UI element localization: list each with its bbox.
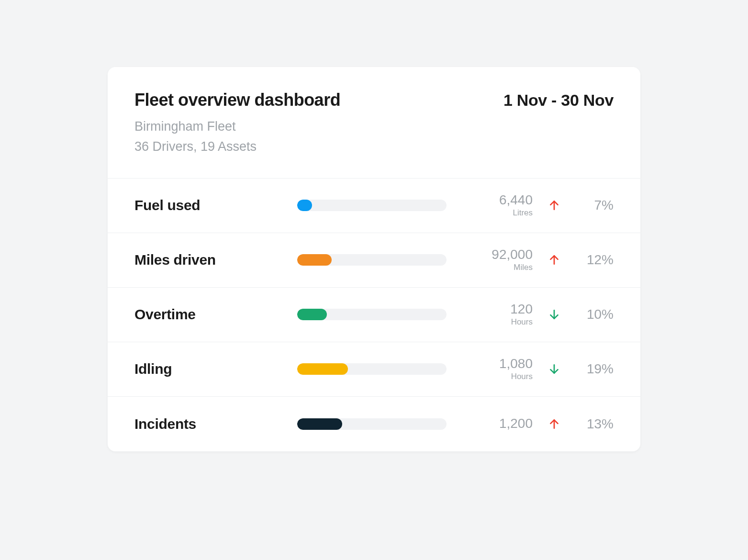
- arrow-up-icon: [548, 199, 560, 212]
- fleet-name: Birmingham Fleet: [134, 117, 340, 137]
- metric-change: 7%: [576, 198, 614, 213]
- metric-value: 1,080: [451, 357, 533, 371]
- metric-value: 120: [451, 302, 533, 317]
- progress-fill: [297, 254, 332, 266]
- arrow-up-icon: [548, 254, 560, 266]
- progress-track: [297, 309, 447, 320]
- metric-unit: Hours: [451, 317, 533, 327]
- metric-unit: Hours: [451, 372, 533, 381]
- arrow-down-icon: [548, 363, 560, 375]
- metric-unit: Miles: [451, 263, 533, 272]
- fleet-stats: 36 Drivers, 19 Assets: [134, 137, 340, 157]
- metric-value: 92,000: [451, 247, 533, 262]
- metric-value-block: 120 Hours: [451, 302, 533, 327]
- metric-unit: Litres: [451, 208, 533, 218]
- card-header: Fleet overview dashboard Birmingham Flee…: [108, 67, 640, 179]
- metric-change: 13%: [576, 416, 614, 432]
- metric-row-miles-driven[interactable]: Miles driven 92,000 Miles 12%: [108, 233, 640, 288]
- metric-label: Overtime: [134, 306, 297, 323]
- metric-label: Fuel used: [134, 197, 297, 213]
- trend-arrow-cell: [533, 254, 576, 266]
- metric-value-block: 1,200: [451, 416, 533, 431]
- metric-row-overtime[interactable]: Overtime 120 Hours 10%: [108, 288, 640, 342]
- trend-arrow-cell: [533, 418, 576, 430]
- progress-fill: [297, 309, 327, 320]
- dashboard-card: Fleet overview dashboard Birmingham Flee…: [108, 67, 640, 451]
- arrow-down-icon: [548, 308, 560, 321]
- page-title: Fleet overview dashboard: [134, 90, 340, 110]
- arrow-up-icon: [548, 418, 560, 430]
- progress-fill: [297, 200, 312, 211]
- metric-value-block: 1,080 Hours: [451, 357, 533, 381]
- metric-value-block: 92,000 Miles: [451, 247, 533, 272]
- trend-arrow-cell: [533, 199, 576, 212]
- trend-arrow-cell: [533, 308, 576, 321]
- progress-track: [297, 418, 447, 430]
- progress-fill: [297, 418, 342, 430]
- metric-value: 6,440: [451, 193, 533, 208]
- metric-value-block: 6,440 Litres: [451, 193, 533, 218]
- metric-row-fuel-used[interactable]: Fuel used 6,440 Litres 7%: [108, 179, 640, 233]
- trend-arrow-cell: [533, 363, 576, 375]
- metric-label: Miles driven: [134, 252, 297, 268]
- header-left: Fleet overview dashboard Birmingham Flee…: [134, 90, 340, 157]
- progress-track: [297, 200, 447, 211]
- metric-change: 10%: [576, 307, 614, 322]
- metric-value: 1,200: [451, 416, 533, 431]
- metric-row-idling[interactable]: Idling 1,080 Hours 19%: [108, 342, 640, 397]
- progress-fill: [297, 363, 348, 375]
- date-range[interactable]: 1 Nov - 30 Nov: [503, 91, 614, 110]
- progress-track: [297, 254, 447, 266]
- metric-label: Idling: [134, 361, 297, 377]
- metric-label: Incidents: [134, 416, 297, 432]
- progress-track: [297, 363, 447, 375]
- metric-change: 12%: [576, 252, 614, 268]
- metric-row-incidents[interactable]: Incidents 1,200 13%: [108, 397, 640, 451]
- page-canvas: Fleet overview dashboard Birmingham Flee…: [0, 0, 748, 560]
- metric-change: 19%: [576, 361, 614, 377]
